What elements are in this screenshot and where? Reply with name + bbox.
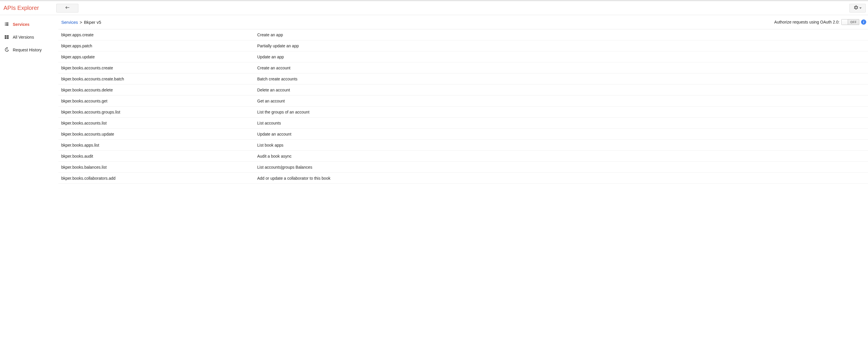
back-arrow-icon: [65, 5, 70, 11]
header: APIs Explorer: [0, 1, 868, 15]
versions-icon: [4, 34, 9, 40]
breadcrumb-row: Services > Bkper v5 Authorize requests u…: [58, 15, 868, 29]
breadcrumb: Services > Bkper v5: [61, 20, 101, 25]
method-name: bkper.books.apps.list: [61, 143, 257, 148]
method-description: List the groups of an account: [257, 110, 309, 115]
method-name: bkper.books.audit: [61, 154, 257, 159]
method-name: bkper.books.accounts.create.batch: [61, 77, 257, 81]
method-row[interactable]: bkper.books.accounts.deleteDelete an acc…: [58, 85, 868, 96]
info-icon[interactable]: i: [861, 20, 866, 25]
method-row[interactable]: bkper.apps.updateUpdate an app: [58, 52, 868, 62]
method-description: Get an account: [257, 99, 285, 103]
method-name: bkper.books.accounts.list: [61, 121, 257, 125]
method-description: Update an account: [257, 132, 291, 136]
method-row[interactable]: bkper.books.accounts.create.batchBatch c…: [58, 73, 868, 85]
breadcrumb-separator: >: [80, 20, 83, 25]
method-description: Partially update an app: [257, 43, 299, 48]
back-button[interactable]: [56, 4, 79, 12]
auth-area: Authorize requests using OAuth 2.0: OFF …: [774, 19, 866, 25]
history-icon: [4, 47, 9, 53]
breadcrumb-current: Bkper v5: [84, 20, 101, 25]
method-row[interactable]: bkper.books.accounts.getGet an account: [58, 96, 868, 106]
method-row[interactable]: bkper.books.accounts.groups.listList the…: [58, 106, 868, 118]
method-description: Batch create accounts: [257, 77, 298, 81]
sidebar-item-all-versions[interactable]: All Versions: [0, 31, 58, 43]
method-description: Update an app: [257, 55, 284, 59]
method-name: bkper.apps.patch: [61, 43, 257, 48]
method-name: bkper.apps.create: [61, 33, 257, 37]
method-name: bkper.books.balances.list: [61, 165, 257, 169]
method-name: bkper.books.accounts.get: [61, 99, 257, 103]
method-description: List accounts|groups Balances: [257, 165, 312, 169]
toggle-knob: [842, 20, 848, 25]
method-row[interactable]: bkper.books.accounts.updateUpdate an acc…: [58, 129, 868, 140]
method-list: bkper.apps.createCreate an appbkper.apps…: [58, 29, 868, 184]
method-name: bkper.books.accounts.update: [61, 132, 257, 136]
sidebar-item-label: All Versions: [13, 35, 34, 39]
method-name: bkper.apps.update: [61, 55, 257, 59]
gear-icon: [854, 5, 859, 11]
method-row[interactable]: bkper.apps.patchPartially update an app: [58, 40, 868, 52]
list-icon: [4, 22, 9, 28]
method-description: Add or update a collaborator to this boo…: [257, 176, 330, 181]
method-description: Delete an account: [257, 88, 290, 92]
sidebar-item-label: Services: [13, 22, 30, 27]
settings-button[interactable]: [849, 4, 866, 12]
breadcrumb-root-link[interactable]: Services: [61, 20, 78, 25]
auth-label: Authorize requests using OAuth 2.0:: [774, 20, 840, 24]
method-description: Audit a book async: [257, 154, 291, 159]
chevron-down-icon: [859, 6, 862, 10]
method-row[interactable]: bkper.books.accounts.createCreate an acc…: [58, 62, 868, 73]
method-row[interactable]: bkper.books.balances.listList accounts|g…: [58, 162, 868, 173]
method-description: Create an app: [257, 33, 283, 37]
method-description: Create an account: [257, 66, 290, 70]
main-content: Services > Bkper v5 Authorize requests u…: [58, 15, 868, 353]
toggle-state-label: OFF: [848, 21, 859, 24]
sidebar-item-label: Request History: [13, 47, 42, 52]
method-row[interactable]: bkper.books.auditAudit a book async: [58, 151, 868, 162]
method-row[interactable]: bkper.apps.createCreate an app: [58, 29, 868, 40]
method-row[interactable]: bkper.books.collaborators.addAdd or upda…: [58, 173, 868, 184]
method-name: bkper.books.accounts.groups.list: [61, 110, 257, 115]
sidebar-item-services[interactable]: Services: [0, 18, 58, 31]
app-title[interactable]: APIs Explorer: [2, 5, 56, 11]
sidebar-item-request-history[interactable]: Request History: [0, 43, 58, 56]
method-description: List accounts: [257, 121, 281, 125]
method-name: bkper.books.collaborators.add: [61, 176, 257, 181]
oauth-toggle[interactable]: OFF: [841, 19, 859, 25]
method-row[interactable]: bkper.books.accounts.listList accounts: [58, 118, 868, 129]
method-description: List book apps: [257, 143, 283, 148]
method-name: bkper.books.accounts.delete: [61, 88, 257, 92]
sidebar: Services All Versions Request History: [0, 15, 58, 353]
method-row[interactable]: bkper.books.apps.listList book apps: [58, 140, 868, 151]
method-name: bkper.books.accounts.create: [61, 66, 257, 70]
